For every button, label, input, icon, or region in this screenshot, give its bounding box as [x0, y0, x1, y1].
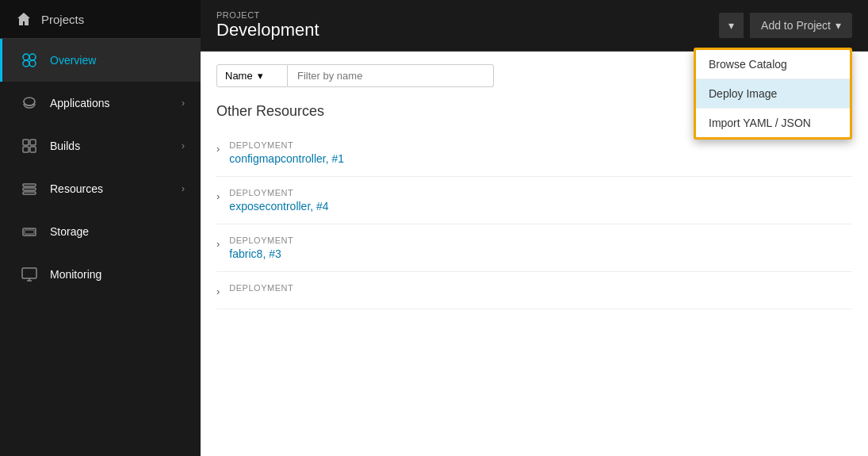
- deployment-type-label: DEPLOYMENT: [229, 283, 293, 293]
- sidebar-item-resources[interactable]: Resources ›: [0, 167, 201, 210]
- deployment-info: DEPLOYMENT configmapcontroller, #1: [229, 140, 344, 165]
- deployment-link[interactable]: exposecontroller, #4: [229, 200, 328, 213]
- deployment-info: DEPLOYMENT fabric8, #3: [229, 236, 293, 260]
- row-expand-icon[interactable]: ›: [216, 285, 220, 297]
- builds-chevron-icon: ›: [182, 140, 185, 151]
- applications-icon: [18, 94, 40, 112]
- project-label: Project: [216, 10, 319, 20]
- svg-rect-10: [23, 188, 36, 190]
- deployment-suffix: , #1: [326, 152, 344, 165]
- svg-rect-11: [23, 192, 36, 194]
- overview-icon: [18, 52, 40, 69]
- svg-rect-5: [23, 140, 29, 145]
- table-row: › DEPLOYMENT exposecontroller, #4: [216, 177, 852, 224]
- deployment-link[interactable]: fabric8, #3: [229, 247, 293, 260]
- sidebar-item-applications-label: Applications: [50, 97, 182, 109]
- svg-rect-13: [25, 230, 34, 234]
- applications-chevron-icon: ›: [182, 98, 185, 109]
- svg-point-0: [23, 54, 29, 60]
- resources-chevron-icon: ›: [182, 183, 185, 194]
- sidebar-projects-label: Projects: [41, 13, 84, 26]
- deployment-link[interactable]: configmapcontroller, #1: [229, 152, 344, 165]
- sidebar-item-builds-label: Builds: [50, 140, 182, 152]
- deployment-type-label: DEPLOYMENT: [229, 236, 293, 245]
- deployment-suffix: , #4: [310, 200, 328, 213]
- deployment-name: configmapcontroller: [229, 152, 325, 165]
- sidebar-projects-link[interactable]: Projects: [0, 0, 201, 39]
- svg-rect-14: [22, 268, 36, 278]
- table-row: › DEPLOYMENT fabric8, #3: [216, 224, 852, 272]
- sidebar-item-resources-label: Resources: [50, 182, 182, 195]
- svg-rect-9: [23, 184, 36, 186]
- home-icon: [16, 11, 32, 27]
- sidebar-item-storage[interactable]: Storage: [0, 210, 201, 253]
- row-expand-icon[interactable]: ›: [216, 238, 220, 250]
- deployment-name: exposecontroller: [229, 200, 310, 213]
- sidebar-item-builds[interactable]: Builds ›: [0, 125, 201, 167]
- sidebar-item-overview[interactable]: Overview: [0, 39, 201, 82]
- deployment-info: DEPLOYMENT: [229, 283, 293, 295]
- sidebar-item-storage-label: Storage: [50, 225, 185, 238]
- svg-rect-8: [30, 147, 36, 152]
- filter-select-chevron-icon: ▾: [258, 70, 263, 82]
- sidebar-item-monitoring[interactable]: Monitoring: [0, 253, 201, 296]
- add-to-project-button[interactable]: Add to Project ▾: [750, 13, 852, 38]
- deployment-name: fabric8: [229, 247, 262, 260]
- monitoring-icon: [18, 266, 40, 283]
- add-to-project-chevron-icon: ▾: [835, 19, 841, 32]
- header-project-info: Project Development: [216, 10, 319, 40]
- table-row: › DEPLOYMENT: [216, 272, 852, 309]
- deployment-info: DEPLOYMENT exposecontroller, #4: [229, 188, 328, 213]
- header: Project Development ▾ Add to Project ▾ B…: [201, 0, 868, 52]
- sidebar-item-monitoring-label: Monitoring: [50, 268, 185, 281]
- filter-select-label: Name: [225, 70, 253, 82]
- main-content: Project Development ▾ Add to Project ▾ B…: [201, 0, 868, 456]
- sidebar-item-overview-label: Overview: [50, 54, 185, 67]
- add-to-project-label: Add to Project: [761, 19, 831, 32]
- svg-point-3: [29, 60, 36, 67]
- filter-select[interactable]: Name ▾: [216, 64, 288, 87]
- deployment-type-label: DEPLOYMENT: [229, 188, 328, 197]
- svg-point-1: [29, 54, 36, 60]
- header-chevron-button[interactable]: ▾: [719, 13, 744, 38]
- project-name: Development: [216, 20, 319, 40]
- sidebar-item-applications[interactable]: Applications ›: [0, 82, 201, 125]
- deployment-suffix: , #3: [262, 247, 281, 260]
- svg-rect-6: [30, 140, 36, 145]
- dropdown-item-deploy-image[interactable]: Deploy Image: [696, 79, 850, 109]
- dropdown-item-import-yaml[interactable]: Import YAML / JSON: [696, 109, 850, 137]
- svg-rect-7: [23, 147, 29, 152]
- resources-icon: [18, 180, 40, 197]
- row-expand-icon[interactable]: ›: [216, 143, 220, 155]
- storage-icon: [18, 223, 40, 240]
- header-actions: ▾ Add to Project ▾ Browse Catalog Deploy…: [719, 13, 852, 38]
- sidebar: Projects Overview Applications ›: [0, 0, 201, 456]
- row-expand-icon[interactable]: ›: [216, 190, 220, 202]
- deployment-type-label: DEPLOYMENT: [229, 140, 344, 150]
- builds-icon: [18, 137, 40, 155]
- add-to-project-dropdown: Browse Catalog Deploy Image Import YAML …: [694, 48, 852, 140]
- svg-point-2: [23, 60, 29, 67]
- filter-input[interactable]: [288, 64, 494, 87]
- dropdown-item-browse-catalog[interactable]: Browse Catalog: [696, 50, 850, 79]
